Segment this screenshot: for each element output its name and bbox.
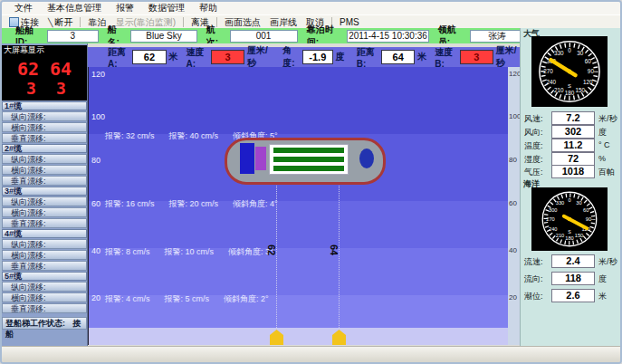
wind-needle — [550, 60, 575, 75]
menu-basic-info[interactable]: 基本信息管理 — [40, 2, 109, 14]
dial-30: 30 — [576, 200, 581, 206]
speed-a-unit: 厘米/秒 — [247, 44, 271, 70]
lateral-drift-row: 横向漂移: — [2, 165, 87, 175]
wind-speed-row: 风速: 7.2 米/秒 — [521, 111, 620, 124]
speed-a-label: 速度A: — [187, 46, 208, 69]
ship-shape — [225, 138, 386, 185]
alarm-b: 报警: 5 cm/s — [165, 293, 210, 305]
dial-150: 150 — [575, 233, 583, 238]
axis-tick-right: 40 — [509, 246, 517, 254]
dial-90: 90 — [588, 68, 595, 74]
menu-file[interactable]: 文件 — [7, 2, 40, 14]
dial-180: 180 — [565, 235, 573, 241]
distance-a-value: 62 — [132, 50, 166, 64]
lateral-drift-row: 横向漂移: — [2, 122, 87, 132]
current-speed-row: 流速: 2.4 米/秒 — [521, 254, 620, 267]
mooring-group-header: 1#缆 — [2, 101, 87, 110]
current-direction-unit: 度 — [598, 273, 607, 285]
menu-alarm[interactable]: 报警 — [109, 2, 141, 14]
angle-label: 角度: — [282, 44, 300, 70]
longitudinal-drift-row: 纵向漂移: — [2, 239, 87, 249]
alarm-a: 报警: 32 cm/s — [105, 130, 155, 142]
berthing-chart: 120 100 80 60 40 20 报警: 32 cm/s 报警: 40 c… — [88, 67, 508, 345]
alarm-threshold-row: 报警: 8 cm/s 报警: 10 cm/s 倾斜角度: 3° — [105, 246, 273, 258]
voyage-field[interactable]: 001 — [230, 30, 298, 43]
pressure-row: 气压: 1018 百帕 — [521, 165, 620, 177]
vertical-drift-row: 垂直漂移: — [2, 133, 87, 143]
alarm-a: 报警: 16 cm/s — [105, 198, 155, 210]
left-sidebar: 大屏幕显示 62 64 3 3 1#缆 纵向漂移: 横向漂移: 垂直漂移: 2#… — [2, 43, 88, 347]
speed-b-label: 速度B: — [435, 46, 456, 69]
cargo-stripe — [273, 157, 344, 162]
longitudinal-drift-row: 纵向漂移: — [2, 154, 87, 164]
wind-direction-label: 风向: — [524, 127, 543, 139]
ship-id-field[interactable]: 3 — [47, 30, 98, 43]
environment-panel: 大气 0 30 60 90 120 150 180 210 240 270 30… — [520, 28, 620, 347]
ship-info-bar: 船舶ID: 3 船名: Blue Sky 航次: 001 靠泊时间: 2011-… — [2, 28, 524, 43]
big-screen-display-title: 大屏幕显示 — [2, 45, 87, 55]
angle-value: -1.9 — [302, 50, 333, 64]
temperature-value: 11.2 — [551, 139, 595, 152]
led-distance-a: 62 — [17, 58, 39, 80]
gangway-status-label: 登船梯工作状态: — [5, 319, 65, 328]
menu-help[interactable]: 帮助 — [192, 2, 225, 14]
alarm-b: 报警: 20 cm/s — [169, 198, 219, 210]
longitudinal-drift-row: 纵向漂移: — [2, 196, 87, 206]
ship-deckhouse — [255, 147, 266, 170]
pilot-field[interactable]: 张涛 — [470, 30, 524, 43]
current-direction-gauge: 0 30 60 90 120 150 180 210 240 270 300 3… — [531, 187, 608, 251]
dial-120: 120 — [583, 79, 593, 85]
speed-a-value: 3 — [211, 50, 244, 64]
mooring-group-header: 5#缆 — [2, 272, 87, 281]
dial-150: 150 — [575, 87, 585, 93]
dial-0: 0 — [568, 197, 570, 203]
speed-b-value: 3 — [460, 50, 493, 64]
mooring-group-header: 2#缆 — [2, 144, 87, 153]
dial-240: 240 — [549, 226, 557, 232]
wind-speed-value: 7.2 — [551, 111, 595, 125]
ship-bow-tank — [359, 148, 374, 168]
axis-tick-left: 20 — [91, 293, 100, 302]
axis-tick-left: 40 — [91, 246, 100, 255]
axis-tick-left: 60 — [91, 199, 100, 208]
gangway-status-row: 登船梯工作状态: 接船 — [2, 317, 87, 330]
axis-tick-right: 60 — [509, 199, 517, 207]
distance-a-unit: 米 — [169, 51, 178, 63]
dial-210: 210 — [554, 87, 564, 93]
dial-0: 0 — [568, 47, 571, 53]
menu-bar: 文件 基本信息管理 报警 数据管理 帮助 — [2, 2, 622, 14]
wind-direction-gauge: 0 30 60 90 120 150 180 210 240 270 300 3… — [531, 36, 608, 107]
led-speed-b: 3 — [56, 79, 66, 98]
lateral-drift-row: 横向漂移: — [2, 250, 87, 260]
dial-240: 240 — [546, 79, 556, 85]
range-value-b: 64 — [329, 244, 340, 255]
dial-south: S — [568, 83, 571, 89]
ship-superstructure — [240, 143, 254, 174]
longitudinal-drift-row: 纵向漂移: — [2, 111, 87, 121]
pressure-label: 气压: — [524, 167, 543, 178]
dock-strip — [89, 328, 508, 345]
distance-a-label: 距离A: — [108, 46, 129, 69]
mooring-group-4: 4#缆 纵向漂移: 横向漂移: 垂直漂移: — [2, 229, 87, 271]
ship-cargo-hold — [269, 144, 349, 175]
ship-name-field[interactable]: Blue Sky — [130, 30, 196, 43]
dial-330: 330 — [556, 200, 564, 206]
menu-data[interactable]: 数据管理 — [141, 2, 192, 14]
current-speed-unit: 米/秒 — [598, 256, 617, 268]
berth-time-field[interactable]: 2011-4-15 10:30:36 — [347, 30, 428, 43]
temperature-row: 温度: 11.2 ° C — [521, 139, 620, 151]
alarm-b: 报警: 10 cm/s — [165, 246, 215, 258]
led-display-panel: 62 64 3 3 — [2, 55, 87, 101]
axis-tick-right: 20 — [509, 293, 517, 302]
vertical-drift-row: 垂直漂移: — [2, 261, 87, 271]
dial-60: 60 — [585, 58, 592, 64]
dial-90: 90 — [586, 216, 591, 222]
mooring-group-1: 1#缆 纵向漂移: 横向漂移: 垂直漂移: — [2, 101, 87, 143]
mooring-group-3: 3#缆 纵向漂移: 横向漂移: 垂直漂移: — [2, 187, 87, 228]
longitudinal-drift-row: 纵向漂移: — [2, 282, 87, 292]
vertical-drift-row: 垂直漂移: — [2, 176, 87, 186]
dial-south: S — [568, 229, 571, 235]
status-bar — [2, 346, 620, 362]
mooring-group-header: 4#缆 — [2, 229, 87, 238]
cargo-stripe — [273, 166, 344, 171]
